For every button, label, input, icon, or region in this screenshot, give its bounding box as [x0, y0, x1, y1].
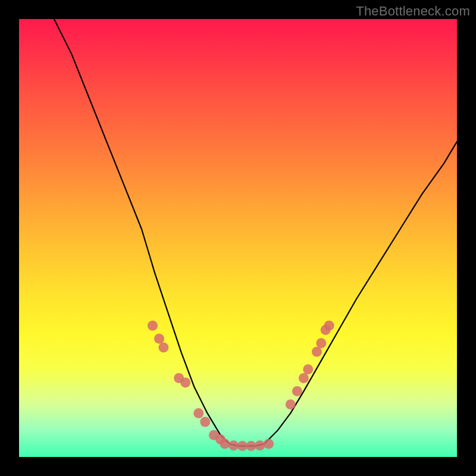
series-dots-bottom-point — [246, 441, 256, 451]
series-dots-left-point — [158, 343, 168, 353]
series-dots-bottom-point — [264, 439, 274, 449]
series-dots-left-point — [180, 377, 190, 387]
plot-area — [19, 19, 457, 457]
series-curve-left — [54, 19, 229, 444]
series-dots-right-point — [312, 347, 322, 357]
series-dots-right-point — [292, 386, 302, 396]
series-dots-left-point — [148, 321, 158, 331]
series-dots-left-point — [200, 417, 210, 427]
series-dots-bottom-point — [220, 439, 230, 449]
series-curve-right — [264, 142, 457, 444]
chart-svg — [19, 19, 457, 457]
series-dots-right-point — [303, 364, 313, 374]
series-dots-bottom-point — [237, 441, 248, 451]
series-dots-right-point — [316, 338, 326, 348]
watermark-text: TheBottleneck.com — [356, 4, 470, 19]
series-dots-right-point — [324, 321, 334, 331]
chart-frame: TheBottleneck.com — [0, 0, 476, 476]
lines-group — [54, 19, 457, 446]
series-dots-bottom-point — [228, 440, 239, 450]
series-dots-bottom-point — [255, 440, 265, 450]
series-dots-right-point — [286, 399, 296, 409]
series-dots-left-point — [154, 334, 164, 344]
series-dots-right-point — [299, 373, 309, 383]
series-dots-left-point — [193, 408, 203, 418]
